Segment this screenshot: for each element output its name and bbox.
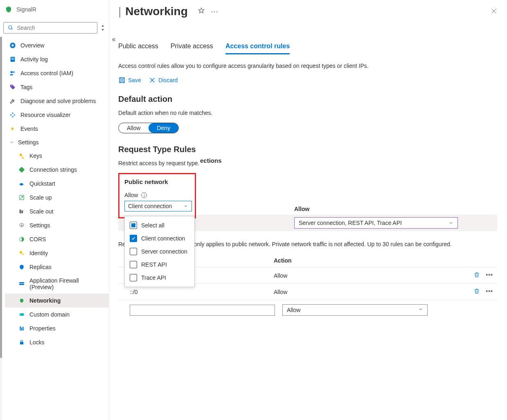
gear-icon [18,222,25,229]
dropdown-option-server-connection[interactable]: Server connection [125,245,194,258]
svg-rect-33 [23,327,23,330]
connection-icon [18,166,25,173]
save-button[interactable]: Save [118,76,141,84]
sidebar-item-scale-up[interactable]: Scale up [5,191,109,204]
sidebar-item-label: Access control (IAM) [20,70,73,76]
search-input[interactable] [17,25,94,31]
sidebar-item-firewall[interactable]: Application Firewall (Preview) [5,274,109,294]
sidebar-group-label: Settings [18,139,39,146]
cors-icon [18,236,25,243]
svg-point-26 [20,300,21,300]
allow-dropdown-menu: Select all Client connection Server conn… [124,216,195,287]
sidebar-item-identity[interactable]: Identity [5,246,109,260]
sidebar-item-label: Keys [29,153,42,159]
row-more-button[interactable]: ••• [486,272,493,279]
key-icon [18,152,25,159]
default-deny-option[interactable]: Deny [149,123,178,133]
sidebar-item-visualizer[interactable]: Resource visualizer [5,108,109,122]
chevron-down-icon [183,204,188,209]
sidebar-item-connection-strings[interactable]: Connection strings [5,163,109,177]
dropdown-option-client-connection[interactable]: Client connection [125,232,194,245]
sidebar-item-custom-domain[interactable]: Custom domain [5,308,109,321]
tag-icon [9,83,16,91]
sidebar-item-label: Diagnose and solve problems [20,98,96,104]
tab-private-access[interactable]: Private access [171,43,213,54]
allow-label: Allow [124,192,138,198]
page-description: Access control rules allow you to config… [118,63,497,69]
sidebar-item-iam[interactable]: Access control (IAM) [5,66,109,80]
sidebar-scrollbar[interactable] [0,37,2,420]
sidebar-item-keys[interactable]: Keys [5,149,109,163]
sidebar-item-label: Locks [29,339,45,346]
expand-icon[interactable] [100,25,106,31]
dropdown-option-select-all[interactable]: Select all [125,219,194,232]
public-network-box: Public network Allow i Client connection… [118,173,196,218]
sidebar-item-quickstart[interactable]: Quickstart [5,177,109,191]
sidebar-item-cors[interactable]: CORS [5,232,109,246]
checkbox-unchecked [130,248,137,255]
collapse-sidebar-button[interactable] [109,0,118,420]
sidebar-item-diagnose[interactable]: Diagnose and solve problems [5,94,109,108]
allow-dropdown[interactable]: Client connection [124,201,192,211]
sidebar-group-settings[interactable]: Settings [5,136,109,149]
sidebar-item-locks[interactable]: Locks [5,335,109,349]
discard-label: Discard [158,77,178,83]
sidebar-item-label: CORS [29,236,46,243]
sidebar-item-label: Events [20,126,38,132]
info-icon[interactable]: i [141,192,147,198]
sidebar-item-label: Resource visualizer [20,112,70,118]
sidebar-item-label: Scale up [29,194,52,201]
sidebar-item-networking[interactable]: Networking [5,294,109,308]
public-network-heading: Public network [124,178,190,185]
tab-public-access[interactable]: Public access [118,43,158,54]
private-allow-dropdown[interactable]: Server connection, REST API, Trace API [294,217,458,229]
search-input-wrapper[interactable] [3,22,97,34]
sidebar-item-tags[interactable]: Tags [5,80,109,94]
default-allow-option[interactable]: Allow [119,123,149,133]
iam-icon [9,70,16,77]
checkbox-unchecked [130,274,137,281]
tab-access-control-rules[interactable]: Access control rules [225,43,290,54]
sidebar-item-activity-log[interactable]: Activity log [5,52,109,66]
new-action-select[interactable]: Allow [282,304,428,316]
sidebar-item-events[interactable]: Events [5,122,109,136]
sidebar-item-replicas[interactable]: Replicas [5,260,109,274]
sidebar-item-settings[interactable]: Settings [5,218,109,232]
sidebar-item-label: Scale out [29,208,53,215]
sidebar-item-overview[interactable]: Overview [5,38,109,52]
close-button[interactable] [491,7,497,16]
dropdown-option-rest-api[interactable]: REST API [125,258,194,271]
row-more-button[interactable]: ••• [486,288,493,296]
chevron-down-icon [448,220,453,225]
rocket-icon [18,180,25,187]
private-section-partial: ections [118,157,497,164]
svg-rect-31 [20,326,20,331]
scale-out-icon [18,208,25,215]
discard-button[interactable]: Discard [149,76,178,84]
domain-icon [18,311,25,318]
default-action-toggle[interactable]: Allow Deny [118,123,179,133]
checkbox-indeterminate [130,222,137,229]
sidebar-item-label: Custom domain [29,311,70,318]
sidebar-item-label: Identity [29,250,48,256]
scale-up-icon [18,194,25,201]
wrench-icon [9,97,16,105]
more-button[interactable]: ⋯ [211,7,219,16]
svg-rect-30 [20,314,21,314]
private-allow-value: Server connection, REST API, Trace API [299,220,402,226]
dropdown-option-trace-api[interactable]: Trace API [125,271,194,284]
brand: SignalR [0,0,109,22]
svg-point-10 [13,71,15,73]
delete-button[interactable] [473,288,480,296]
svg-point-28 [23,300,23,300]
svg-rect-32 [21,328,22,331]
overview-icon [9,42,16,49]
sidebar-item-properties[interactable]: Properties [5,321,109,335]
properties-icon [18,325,25,332]
favorite-button[interactable] [198,7,205,16]
sidebar-item-scale-out[interactable]: Scale out [5,204,109,218]
new-cidr-input[interactable] [130,305,275,316]
page-title: Networking [125,5,187,18]
request-type-rules-heading: Request Type Rules [118,145,497,154]
delete-button[interactable] [473,272,480,279]
